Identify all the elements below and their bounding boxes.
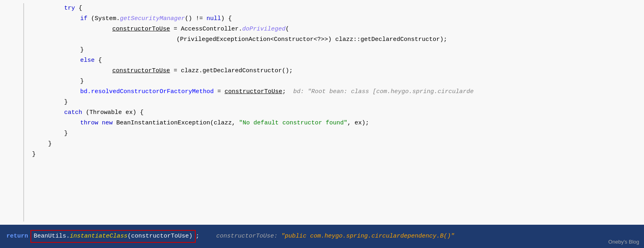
code-line-1: try { [32,3,644,14]
var-constructorToUse-1: constructorToUse [112,24,170,34]
code-line-7: constructorToUse = clazz.getDeclaredCons… [32,66,644,76]
code-line-10: } [32,97,644,108]
keyword-catch: catch [64,108,82,118]
keyword-try: try [64,4,75,13]
var-constructorToUse-3: constructorToUse [225,87,282,97]
keyword-null: null [207,14,221,24]
keyword-throw: throw [80,118,98,128]
code-line-4: (PrivilegedExceptionAction<Constructor<?… [32,35,644,45]
code-line-8: } [32,76,644,87]
highlighted-method-call: BeanUtils.instantiateClass(constructorTo… [30,230,196,243]
code-line-13: } [32,128,644,139]
inline-comment-status: constructorToUse: [209,232,281,241]
code-line-11: catch (Throwable ex) { [32,108,644,118]
code-line-9: bd.resolvedConstructorOrFactoryMethod = … [32,87,644,97]
method-instantiateClass: instantiateClass [70,233,128,240]
code-line-3: constructorToUse = AccessController.doPr… [32,24,644,35]
highlighted-expression: BeanUtils.instantiateClass(constructorTo… [30,230,196,243]
code-editor: try { if (System.getSecurityManager() !=… [0,0,644,225]
semicolon: ; [196,232,199,241]
string-no-default: "No default constructor found" [239,118,347,128]
keyword-else: else [80,56,95,65]
code-line-14: } [32,139,644,149]
inline-comment-1: bd: "Root bean: class [com.heygo.spring.… [286,87,474,97]
code-line-5: } [32,45,644,55]
keyword-return: return [6,232,28,241]
status-bar: return BeanUtils.instantiateClass(constr… [0,225,644,248]
keyword-new: new [102,118,113,128]
code-lines: try { if (System.getSecurityManager() !=… [32,3,644,222]
blog-credit: Oneby's Blog [608,238,639,246]
comment-value-status: "public com.heygo.spring.circulardepende… [281,232,454,241]
code-line-15: } [32,149,644,160]
keyword-if: if [80,14,87,24]
brace: { [75,4,82,13]
cast-text: (PrivilegedExceptionAction<Constructor<?… [176,35,447,45]
method-doPrivileged: doPrivileged [242,24,286,34]
var-constructorToUse-2: constructorToUse [112,66,170,76]
code-line-12: throw new BeanInstantiationException(cla… [32,118,644,128]
code-line-6: else { [32,55,644,66]
field-bd: bd.resolvedConstructorOrFactoryMethod [80,87,214,97]
method-getSecurityManager: getSecurityManager [120,14,185,24]
gutter [0,3,24,222]
code-line-2: if (System.getSecurityManager() != null)… [32,14,644,24]
